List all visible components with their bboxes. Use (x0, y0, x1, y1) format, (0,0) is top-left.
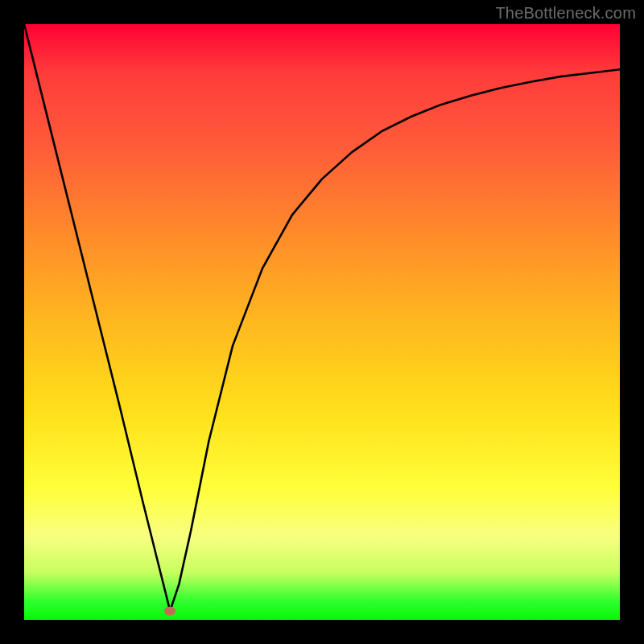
watermark-text: TheBottleneck.com (495, 4, 636, 23)
minimum-marker (164, 606, 175, 615)
bottleneck-curve (24, 24, 620, 620)
plot-area (24, 24, 620, 620)
chart-frame: TheBottleneck.com (0, 0, 644, 644)
